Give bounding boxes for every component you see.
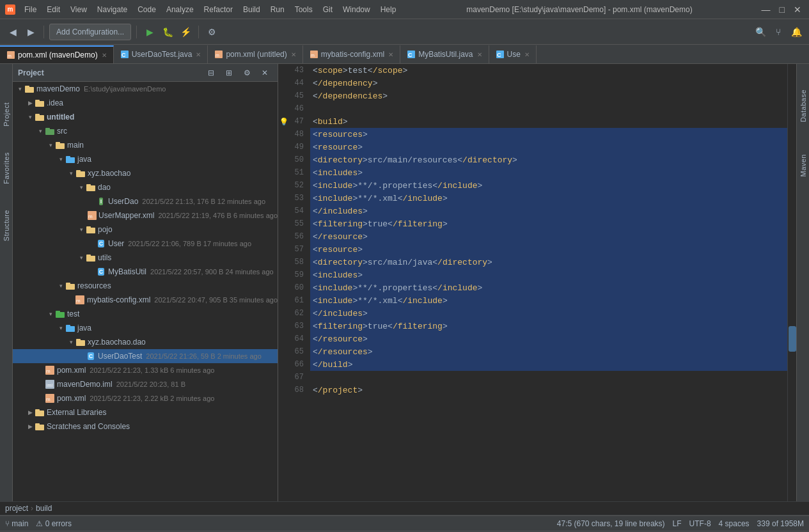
tree-item-main[interactable]: ▾main xyxy=(13,138,278,152)
notifications-button[interactable]: 🔔 xyxy=(789,24,804,40)
tree-arrow-resources-main[interactable]: ▾ xyxy=(56,283,65,289)
database-panel-tab[interactable]: Database xyxy=(799,90,807,122)
tree-item-src[interactable]: ▾src xyxy=(13,124,278,138)
code-line-66[interactable]: </build> xyxy=(310,358,787,371)
tree-arrow-idea[interactable]: ▶ xyxy=(26,100,35,106)
tab-pom-maven[interactable]: mpom.xml (mavenDemo)✕ xyxy=(0,45,114,63)
tree-item-test[interactable]: ▾test xyxy=(13,307,278,321)
search-everywhere-button[interactable]: 🔍 xyxy=(753,24,768,40)
menu-window[interactable]: Window xyxy=(339,4,374,15)
tree-arrow-utils[interactable]: ▾ xyxy=(77,254,86,261)
tree-arrow-main[interactable]: ▾ xyxy=(46,142,55,148)
minimize-button[interactable]: — xyxy=(759,4,773,15)
project-panel-tab[interactable]: Project xyxy=(3,102,10,127)
tree-arrow-external-libs[interactable]: ▶ xyxy=(26,409,35,416)
tree-item-pom-xml-file[interactable]: mpom.xml2021/5/22 21:23, 1.33 kB 6 minut… xyxy=(13,363,278,377)
tree-item-user[interactable]: CUser2021/5/22 21:06, 789 B 17 minutes a… xyxy=(13,237,278,251)
tree-item-userdaotest-file[interactable]: CUserDaoTest2021/5/22 21:26, 59 B 2 minu… xyxy=(13,349,278,363)
code-line-58[interactable]: <directory>src/main/java</directory> xyxy=(310,256,787,269)
tree-item-java-test[interactable]: ▾java xyxy=(13,321,278,335)
tree-item-java-main[interactable]: ▾java xyxy=(13,152,278,166)
menu-tools[interactable]: Tools xyxy=(291,4,317,15)
tab-close-mybatis-config[interactable]: ✕ xyxy=(388,51,393,58)
tab-use[interactable]: CUse✕ xyxy=(489,45,537,63)
maximize-button[interactable]: □ xyxy=(777,4,787,15)
tree-item-scratches[interactable]: ▶Scratches and Consoles xyxy=(13,419,278,434)
settings-button[interactable]: ⚙ xyxy=(204,24,219,40)
menu-analyze[interactable]: Analyze xyxy=(162,4,198,15)
code-line-48[interactable]: <resources> xyxy=(310,128,787,141)
window-controls[interactable]: — □ ✕ xyxy=(759,4,804,15)
code-line-63[interactable]: <filtering>true</filtering> xyxy=(310,320,787,332)
tree-item-usermapper[interactable]: mUserMapper.xml2021/5/22 21:19, 476 B 6 … xyxy=(13,208,278,223)
tab-pom-untitled[interactable]: mpom.xml (untitled)✕ xyxy=(208,45,302,63)
menu-view[interactable]: View xyxy=(67,4,91,15)
tree-item-mavendemo-iml[interactable]: imlmavenDemo.iml2021/5/22 20:23, 81 B xyxy=(13,377,278,391)
collapse-all-button[interactable]: ⊟ xyxy=(203,65,219,81)
indent[interactable]: 4 spaces xyxy=(719,519,750,528)
tree-arrow-java-test[interactable]: ▾ xyxy=(56,325,65,331)
menu-build[interactable]: Build xyxy=(239,4,264,15)
run-button[interactable]: ▶ xyxy=(142,24,157,40)
menu-edit[interactable]: Edit xyxy=(43,4,64,15)
git-branch[interactable]: ⑂ main xyxy=(5,519,28,528)
code-line-56[interactable]: </resource> xyxy=(310,230,787,243)
code-line-50[interactable]: <directory>src/main/resources</directory… xyxy=(310,153,787,166)
code-line-51[interactable]: <includes> xyxy=(310,166,787,179)
add-configuration-button[interactable]: Add Configuration... xyxy=(49,24,131,40)
code-line-45[interactable]: </dependencies> xyxy=(310,90,787,102)
line-ending[interactable]: LF xyxy=(673,519,682,528)
tree-arrow-java-main[interactable]: ▾ xyxy=(56,156,65,162)
maven-panel-tab[interactable]: Maven xyxy=(799,154,807,177)
favorites-panel-tab[interactable]: Favorites xyxy=(3,152,10,184)
code-line-49[interactable]: <resource> xyxy=(310,141,787,153)
menu-code[interactable]: Code xyxy=(134,4,160,15)
tree-arrow-scratches[interactable]: ▶ xyxy=(26,423,35,430)
tree-item-pom-xml-root[interactable]: mpom.xml2021/5/22 21:23, 2.22 kB 2 minut… xyxy=(13,391,278,405)
tab-userdaotest[interactable]: CUserDaoTest.java✕ xyxy=(114,45,208,63)
tree-item-mybatisutil-file[interactable]: CMyBatisUtil2021/5/22 20:57, 900 B 24 mi… xyxy=(13,265,278,279)
code-line-52[interactable]: <include>**/*.properties</include> xyxy=(310,179,787,192)
code-line-54[interactable]: </includes> xyxy=(310,205,787,217)
code-line-67[interactable] xyxy=(310,371,787,384)
expand-all-button[interactable]: ⊞ xyxy=(221,65,237,81)
close-sidebar-button[interactable]: ✕ xyxy=(257,65,272,81)
tree-arrow-untitled[interactable]: ▾ xyxy=(26,114,35,120)
tree-item-resources-main[interactable]: ▾resources xyxy=(13,279,278,293)
menu-refactor[interactable]: Refactor xyxy=(200,4,237,15)
tree-item-dao[interactable]: ▾dao xyxy=(13,180,278,194)
tree-arrow-dao[interactable]: ▾ xyxy=(77,184,86,191)
tree-arrow-xyz-baochao[interactable]: ▾ xyxy=(67,170,75,176)
code-line-59[interactable]: <includes> xyxy=(310,269,787,281)
tab-close-use[interactable]: ✕ xyxy=(524,51,530,58)
code-line-57[interactable]: <resource> xyxy=(310,243,787,256)
tab-mybatisutil[interactable]: CMyBatisUtil.java✕ xyxy=(400,45,489,63)
tree-arrow-test[interactable]: ▾ xyxy=(46,311,55,317)
tree-arrow-mavendemo-root[interactable]: ▾ xyxy=(15,86,24,92)
menu-navigate[interactable]: Navigate xyxy=(93,4,131,15)
code-line-46[interactable] xyxy=(310,102,787,115)
menu-help[interactable]: Help xyxy=(377,4,400,15)
breadcrumb-project[interactable]: project xyxy=(5,504,28,513)
code-line-61[interactable]: <include>**/*.xml</include> xyxy=(310,294,787,307)
menu-git[interactable]: Git xyxy=(319,4,336,15)
tab-close-userdaotest[interactable]: ✕ xyxy=(196,51,201,58)
tree-arrow-src[interactable]: ▾ xyxy=(36,128,45,134)
forward-button[interactable]: ▶ xyxy=(23,24,38,40)
bulb-icon[interactable]: 💡 xyxy=(279,118,288,126)
code-line-44[interactable]: </dependency> xyxy=(310,77,787,90)
tree-item-idea[interactable]: ▶.idea xyxy=(13,96,278,110)
tree-item-pojo[interactable]: ▾pojo xyxy=(13,223,278,237)
code-line-55[interactable]: <filtering>true</filtering> xyxy=(310,217,787,230)
tab-close-pom-untitled[interactable]: ✕ xyxy=(291,51,296,58)
code-line-64[interactable]: </resource> xyxy=(310,332,787,345)
debug-button[interactable]: 🐛 xyxy=(160,24,175,40)
code-editor[interactable]: <scope>test</scope> </dependency> </depe… xyxy=(310,64,787,501)
code-line-62[interactable]: </includes> xyxy=(310,307,787,320)
coverage-button[interactable]: ⚡ xyxy=(178,24,193,40)
tree-item-mybatis-config-file[interactable]: mmybatis-config.xml2021/5/22 20:47, 905 … xyxy=(13,293,278,307)
tree-item-xyz-baochao[interactable]: ▾xyz.baochao xyxy=(13,166,278,180)
sidebar-settings-button[interactable]: ⚙ xyxy=(239,65,255,81)
git-button[interactable]: ⑂ xyxy=(771,24,786,40)
tree-item-utils[interactable]: ▾utils xyxy=(13,251,278,265)
